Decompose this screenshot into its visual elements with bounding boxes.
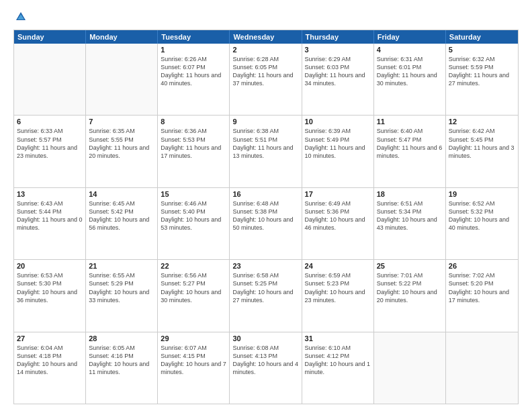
daylight-text: Daylight: 10 hours and 7 minutes. [161, 360, 226, 376]
sunrise-text: Sunrise: 6:58 AM [232, 271, 298, 279]
sunrise-text: Sunrise: 6:43 AM [17, 199, 83, 208]
daylight-text: Daylight: 10 hours and 40 minutes. [449, 216, 515, 232]
sunrise-text: Sunrise: 6:45 AM [89, 199, 154, 208]
calendar-cell-30: 30Sunrise: 6:08 AMSunset: 4:13 PMDayligh… [230, 332, 302, 404]
sunrise-text: Sunrise: 6:07 AM [161, 344, 226, 352]
day-number: 11 [377, 118, 443, 126]
calendar-cell-21: 21Sunrise: 6:55 AMSunset: 5:29 PMDayligh… [86, 260, 158, 331]
calendar-cell-31: 31Sunrise: 6:10 AMSunset: 4:12 PMDayligh… [302, 332, 374, 404]
day-number: 8 [161, 118, 226, 126]
day-number: 19 [449, 190, 515, 198]
day-number: 20 [17, 262, 83, 270]
daylight-text: Daylight: 11 hours and 23 minutes. [17, 144, 83, 160]
sunrise-text: Sunrise: 6:55 AM [89, 271, 154, 279]
sunrise-text: Sunrise: 6:36 AM [161, 127, 226, 135]
day-number: 7 [89, 118, 154, 126]
sunrise-text: Sunrise: 6:49 AM [305, 199, 371, 208]
calendar-cell-17: 17Sunrise: 6:49 AMSunset: 5:36 PMDayligh… [302, 188, 374, 259]
daylight-text: Daylight: 11 hours and 13 minutes. [232, 144, 298, 160]
sunrise-text: Sunrise: 6:29 AM [305, 55, 371, 63]
calendar-cell-13: 13Sunrise: 6:43 AMSunset: 5:44 PMDayligh… [14, 188, 86, 259]
day-number: 31 [305, 334, 371, 342]
sunrise-text: Sunrise: 6:05 AM [89, 344, 154, 352]
daylight-text: Daylight: 11 hours and 3 minutes. [449, 144, 515, 160]
daylight-text: Daylight: 11 hours and 34 minutes. [305, 71, 371, 87]
calendar-cell-8: 8Sunrise: 6:36 AMSunset: 5:53 PMDaylight… [158, 116, 230, 187]
calendar-row-5: 27Sunrise: 6:04 AMSunset: 4:18 PMDayligh… [14, 332, 518, 404]
calendar-cell-18: 18Sunrise: 6:51 AMSunset: 5:34 PMDayligh… [374, 188, 446, 259]
sunrise-text: Sunrise: 6:33 AM [17, 127, 83, 135]
day-number: 9 [232, 118, 298, 126]
daylight-text: Daylight: 11 hours and 20 minutes. [89, 144, 154, 160]
sunrise-text: Sunrise: 6:28 AM [232, 55, 298, 63]
calendar-cell-empty [446, 332, 518, 404]
sunrise-text: Sunrise: 6:42 AM [449, 127, 515, 135]
sunrise-text: Sunrise: 6:08 AM [232, 344, 298, 352]
daylight-text: Daylight: 10 hours and 53 minutes. [161, 216, 226, 232]
sunset-text: Sunset: 6:03 PM [305, 63, 371, 71]
sunset-text: Sunset: 5:29 PM [89, 279, 154, 287]
sunset-text: Sunset: 6:05 PM [232, 63, 298, 71]
sunset-text: Sunset: 5:42 PM [89, 208, 154, 216]
sunset-text: Sunset: 5:22 PM [377, 279, 443, 287]
sunset-text: Sunset: 5:25 PM [232, 279, 298, 287]
day-number: 10 [305, 118, 371, 126]
calendar-row-2: 6Sunrise: 6:33 AMSunset: 5:57 PMDaylight… [14, 115, 518, 187]
calendar-cell-empty [86, 44, 158, 115]
weekday-header-wednesday: Wednesday [230, 30, 302, 44]
sunset-text: Sunset: 5:38 PM [232, 208, 298, 216]
sunset-text: Sunset: 5:34 PM [377, 208, 443, 216]
sunset-text: Sunset: 4:16 PM [89, 352, 154, 360]
daylight-text: Daylight: 10 hours and 23 minutes. [305, 288, 371, 304]
sunset-text: Sunset: 5:51 PM [232, 136, 298, 144]
sunset-text: Sunset: 5:49 PM [305, 136, 371, 144]
daylight-text: Daylight: 10 hours and 46 minutes. [305, 216, 371, 232]
sunrise-text: Sunrise: 6:31 AM [377, 55, 443, 63]
sunrise-text: Sunrise: 7:01 AM [377, 271, 443, 279]
sunrise-text: Sunrise: 6:52 AM [449, 199, 515, 208]
day-number: 22 [161, 262, 226, 270]
day-number: 28 [89, 334, 154, 342]
sunset-text: Sunset: 5:32 PM [449, 208, 515, 216]
daylight-text: Daylight: 10 hours and 43 minutes. [377, 216, 443, 232]
day-number: 26 [449, 262, 515, 270]
calendar-cell-7: 7Sunrise: 6:35 AMSunset: 5:55 PMDaylight… [86, 116, 158, 187]
calendar-cell-22: 22Sunrise: 6:56 AMSunset: 5:27 PMDayligh… [158, 260, 230, 331]
day-number: 12 [449, 118, 515, 126]
daylight-text: Daylight: 10 hours and 36 minutes. [17, 288, 83, 304]
calendar-body: 1Sunrise: 6:26 AMSunset: 6:07 PMDaylight… [14, 44, 518, 404]
sunset-text: Sunset: 5:36 PM [305, 208, 371, 216]
weekday-header-saturday: Saturday [446, 30, 518, 44]
calendar-row-4: 20Sunrise: 6:53 AMSunset: 5:30 PMDayligh… [14, 259, 518, 331]
calendar-cell-10: 10Sunrise: 6:39 AMSunset: 5:49 PMDayligh… [302, 116, 374, 187]
daylight-text: Daylight: 11 hours and 10 minutes. [305, 144, 371, 160]
daylight-text: Daylight: 10 hours and 14 minutes. [17, 360, 83, 376]
weekday-header-tuesday: Tuesday [158, 30, 230, 44]
sunrise-text: Sunrise: 6:48 AM [232, 199, 298, 208]
sunset-text: Sunset: 4:12 PM [305, 352, 371, 360]
calendar-row-1: 1Sunrise: 6:26 AMSunset: 6:07 PMDaylight… [14, 44, 518, 115]
sunset-text: Sunset: 5:30 PM [17, 279, 83, 287]
daylight-text: Daylight: 11 hours and 0 minutes. [17, 216, 83, 232]
daylight-text: Daylight: 10 hours and 56 minutes. [89, 216, 154, 232]
sunrise-text: Sunrise: 6:40 AM [377, 127, 443, 135]
page-header [13, 11, 519, 23]
day-number: 14 [89, 190, 154, 198]
daylight-text: Daylight: 11 hours and 30 minutes. [377, 71, 443, 87]
sunset-text: Sunset: 5:27 PM [161, 279, 226, 287]
sunset-text: Sunset: 5:57 PM [17, 136, 83, 144]
sunrise-text: Sunrise: 6:32 AM [449, 55, 515, 63]
sunset-text: Sunset: 5:47 PM [377, 136, 443, 144]
daylight-text: Daylight: 11 hours and 6 minutes. [377, 144, 443, 160]
day-number: 5 [449, 46, 515, 54]
calendar-cell-9: 9Sunrise: 6:38 AMSunset: 5:51 PMDaylight… [230, 116, 302, 187]
sunset-text: Sunset: 6:01 PM [377, 63, 443, 71]
daylight-text: Daylight: 10 hours and 17 minutes. [449, 288, 515, 304]
sunset-text: Sunset: 4:18 PM [17, 352, 83, 360]
logo [13, 11, 27, 23]
weekday-header-friday: Friday [374, 30, 446, 44]
calendar-cell-5: 5Sunrise: 6:32 AMSunset: 5:59 PMDaylight… [446, 44, 518, 115]
day-number: 25 [377, 262, 443, 270]
sunset-text: Sunset: 5:53 PM [161, 136, 226, 144]
calendar-cell-19: 19Sunrise: 6:52 AMSunset: 5:32 PMDayligh… [446, 188, 518, 259]
